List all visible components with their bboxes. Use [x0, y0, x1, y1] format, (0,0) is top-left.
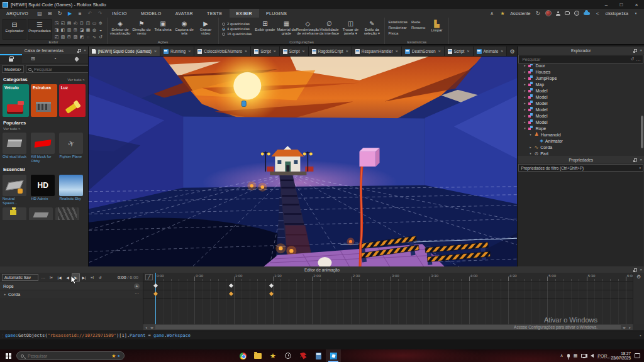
assistant-label[interactable]: Assistente: [510, 11, 530, 16]
assistant-icon[interactable]: ★: [499, 10, 506, 16]
tree-item-jumprope[interactable]: ▸JumpRope: [518, 75, 644, 81]
toolbox-item-thumb[interactable]: [55, 207, 79, 220]
chevron-right-icon[interactable]: ▸: [523, 64, 526, 67]
close-tab-icon[interactable]: ×: [245, 49, 247, 53]
close-tab-icon[interactable]: ×: [188, 49, 191, 53]
chevron-right-icon[interactable]: ▸: [523, 89, 526, 92]
toolbox-item[interactable]: HDHD Admin: [31, 175, 57, 205]
track-row-rope[interactable]: Rope +: [0, 282, 143, 290]
more-options-icon[interactable]: …: [636, 57, 641, 62]
publish-icon[interactable]: ↻: [55, 9, 65, 18]
keyframe-diamond[interactable]: [229, 283, 233, 288]
menu-tab-modelo[interactable]: MODELO: [134, 9, 169, 18]
grid-radio[interactable]: 2 quadrículas: [222, 22, 252, 26]
tray-expand-icon[interactable]: ∧: [560, 353, 564, 358]
file-menu-button[interactable]: ARQUIVO: [0, 9, 35, 18]
skip-to-end-icon[interactable]: »|: [89, 274, 96, 281]
doc-tab[interactable]: Animate×: [474, 47, 508, 56]
tabs-overflow-icon[interactable]: ⚙: [507, 47, 517, 56]
menu-tab-início[interactable]: INÍCIO: [105, 9, 134, 18]
chevron-right-icon[interactable]: ▸: [523, 101, 526, 105]
action-wind-direction-icon[interactable]: ⚑Direção do vento: [131, 19, 152, 40]
collapse-ribbon-icon[interactable]: ∧: [489, 10, 495, 16]
play-button-icon[interactable]: ▶: [72, 274, 79, 281]
properties-toggle-button[interactable]: ☰ Propriedades: [28, 19, 52, 40]
menu-tab-plugins[interactable]: PLUGINS: [259, 9, 294, 18]
toolbox-item-thumb[interactable]: [3, 207, 26, 220]
skip-to-start-icon[interactable]: |«: [48, 274, 55, 281]
play-reverse-icon[interactable]: ◀: [64, 274, 71, 281]
chevron-right-icon[interactable]: ▸: [523, 114, 526, 118]
ribbon-small-icon[interactable]: ◌: [85, 33, 91, 40]
close-tab-icon[interactable]: ×: [274, 49, 276, 53]
float-panel-icon[interactable]: [634, 49, 637, 52]
ribbon-small-icon[interactable]: ⊟: [66, 33, 72, 40]
notifications-icon[interactable]: [635, 353, 640, 358]
close-tab-icon[interactable]: ×: [467, 49, 469, 53]
command-bar[interactable]: ⋮ game:GetObjects("rbxassetid://10722971…: [0, 331, 644, 339]
tree-item-animator[interactable]: ◈Animator: [518, 138, 644, 144]
keyframe-diamond[interactable]: [153, 292, 157, 296]
scroll-left-icon[interactable]: ◂: [143, 324, 149, 330]
ribbon-small-icon[interactable]: ↺: [97, 33, 104, 40]
grid-radio[interactable]: 4 quadrículas: [222, 27, 252, 31]
close-panel-icon[interactable]: ×: [84, 48, 86, 52]
chevron-down-icon[interactable]: ▾: [528, 151, 532, 155]
loop-icon[interactable]: ↺: [97, 274, 104, 281]
ribbon-small-icon[interactable]: ⊡: [79, 19, 85, 26]
close-button[interactable]: ×: [629, 0, 644, 9]
animation-timeline[interactable]: ╱ 0:000:301:001:302:002:303:003:304:004:…: [143, 273, 633, 324]
new-file-icon[interactable]: ▤: [35, 9, 45, 18]
close-tab-icon[interactable]: ×: [346, 49, 348, 53]
ribbon-small-icon[interactable]: ▧: [60, 33, 66, 40]
tree-item-model[interactable]: ▸Model: [518, 112, 644, 119]
config-grid-material-icon[interactable]: ▦Material da grade: [275, 19, 297, 40]
anim-more-options-icon[interactable]: ⋯: [40, 274, 47, 281]
category-card-veículo[interactable]: Veículo: [3, 84, 29, 117]
timeline-ruler[interactable]: ╱ 0:000:301:001:302:002:303:003:304:004:…: [143, 273, 633, 282]
stat-item[interactable]: Estatísticas: [388, 20, 408, 24]
track-row-corda[interactable]: ▸ Corda ⋯: [0, 290, 143, 298]
clear-stats-button[interactable]: ▙ Limpar: [427, 19, 446, 40]
taskbar-file-explorer-icon[interactable]: [250, 349, 265, 362]
toolbox-tab-creations[interactable]: [66, 54, 88, 63]
taskbar-roblox-studio-icon[interactable]: [326, 349, 341, 362]
toolbox-category-dropdown[interactable]: Modelos ▾: [2, 65, 24, 73]
float-panel-icon[interactable]: [78, 49, 81, 52]
action-fullscreen-icon[interactable]: ▣Tela cheia: [152, 19, 174, 40]
taskbar-search[interactable]: ★★: [16, 351, 125, 360]
start-button[interactable]: [0, 349, 16, 362]
close-tab-icon[interactable]: ×: [438, 49, 441, 53]
properties-filter[interactable]: Propriedades de filtro (Ctrl+Shift+P) ▾: [518, 164, 643, 172]
toolbox-tab-inventory[interactable]: ⊞: [22, 54, 44, 63]
populares-see-all-link[interactable]: Ver tudo >: [3, 127, 21, 131]
action-record-video-icon[interactable]: ▶Gravar vídeo: [195, 19, 216, 40]
ribbon-small-icon[interactable]: ◫: [85, 19, 91, 26]
toolbox-tab-marketplace[interactable]: [0, 54, 22, 63]
toolbox-search-input[interactable]: [33, 67, 89, 72]
tree-item-model[interactable]: ▸Model: [518, 87, 644, 94]
doc-tab[interactable]: Script×: [280, 47, 309, 56]
ribbon-small-icon[interactable]: ◨: [53, 26, 60, 33]
doc-tab[interactable]: ColocaVotoENúmero×: [194, 47, 251, 56]
toolbox-item-thumb[interactable]: [29, 207, 53, 220]
keyframe-diamond[interactable]: [229, 292, 233, 296]
menu-tab-avatar[interactable]: AVATAR: [169, 9, 200, 18]
action-screenshot-icon[interactable]: ◉Captura de tela: [174, 19, 195, 40]
microphone-icon[interactable]: [567, 354, 570, 358]
ribbon-small-icon[interactable]: ◩: [79, 33, 85, 40]
close-tab-icon[interactable]: ×: [154, 49, 157, 53]
ribbon-small-icon[interactable]: ◱: [60, 19, 66, 26]
play-icon[interactable]: ▶: [65, 9, 75, 18]
config-selection-style-icon[interactable]: ✎Estilo da seleção ▾: [361, 19, 382, 40]
close-panel-icon[interactable]: ×: [640, 268, 642, 272]
taskbar-search-input[interactable]: [26, 353, 109, 359]
ribbon-small-icon[interactable]: ▦: [85, 26, 91, 33]
tray-app-icon[interactable]: ▦: [574, 353, 578, 358]
sync-icon[interactable]: ↻: [535, 10, 541, 16]
toolbox-tab-recent[interactable]: ◔: [44, 54, 66, 63]
command-history-dropdown-icon[interactable]: ▾: [639, 333, 644, 337]
tree-item-rope[interactable]: ▾Rope: [518, 125, 644, 131]
easing-icon[interactable]: ╱: [145, 274, 153, 280]
doc-tab[interactable]: RespawnHandler×: [352, 47, 402, 56]
